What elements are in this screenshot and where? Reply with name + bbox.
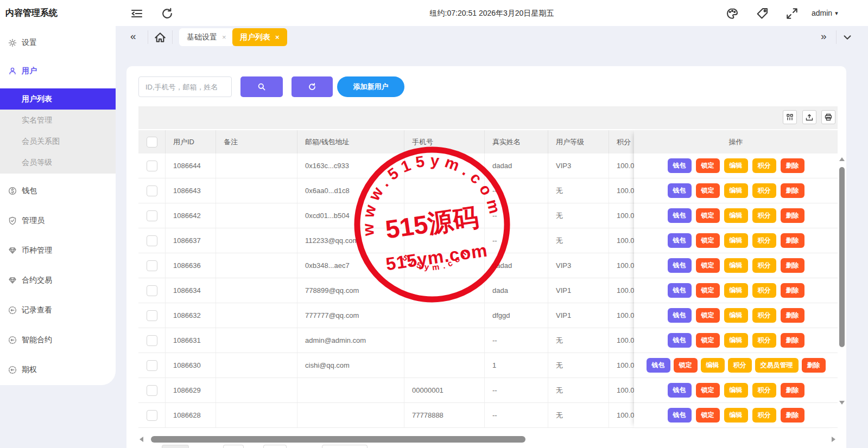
- tabs-scroll-left[interactable]: «: [130, 30, 136, 42]
- sidebar-item-wallet[interactable]: 钱包: [0, 182, 116, 200]
- sidebar-item-options[interactable]: 期权: [0, 361, 116, 379]
- sidebar-item-user-list[interactable]: 用户列表: [0, 88, 116, 110]
- lock-button[interactable]: 锁定: [696, 233, 720, 248]
- delete-button[interactable]: 删除: [781, 258, 804, 273]
- delete-button[interactable]: 删除: [781, 333, 804, 348]
- trader-manage-button[interactable]: 交易员管理: [755, 358, 799, 373]
- tab-user-list[interactable]: 用户列表 ×: [232, 28, 287, 46]
- score-button[interactable]: 积分: [752, 158, 776, 173]
- row-checkbox[interactable]: [147, 360, 157, 371]
- sidebar-item-records[interactable]: 记录查看: [0, 301, 116, 319]
- delete-button[interactable]: 删除: [802, 358, 826, 373]
- sidebar-item-admin[interactable]: 管理员: [0, 212, 116, 230]
- column-settings-icon[interactable]: [783, 110, 797, 124]
- wallet-button[interactable]: 钱包: [668, 408, 692, 423]
- row-checkbox[interactable]: [147, 235, 157, 246]
- score-button[interactable]: 积分: [752, 283, 776, 298]
- row-checkbox[interactable]: [147, 185, 157, 196]
- fullscreen-icon[interactable]: [785, 7, 799, 20]
- export-icon[interactable]: [802, 110, 816, 124]
- sidebar-item-contract-trade[interactable]: 合约交易: [0, 271, 116, 290]
- edit-button[interactable]: 编辑: [724, 283, 748, 298]
- tab-basic-settings[interactable]: 基础设置 ×: [179, 28, 234, 46]
- close-icon[interactable]: ×: [222, 33, 226, 41]
- add-user-button[interactable]: 添加新用户: [337, 76, 404, 97]
- edit-button[interactable]: 编辑: [724, 383, 748, 398]
- score-button[interactable]: 积分: [752, 208, 776, 223]
- wallet-button[interactable]: 钱包: [668, 383, 692, 398]
- delete-button[interactable]: 删除: [781, 208, 804, 223]
- row-checkbox[interactable]: [147, 161, 157, 171]
- tabs-scroll-right[interactable]: »: [821, 30, 827, 42]
- lock-button[interactable]: 锁定: [696, 308, 720, 323]
- wallet-button[interactable]: 钱包: [668, 258, 692, 273]
- score-button[interactable]: 积分: [752, 308, 776, 323]
- scroll-left-arrow[interactable]: [140, 437, 143, 442]
- tag-icon[interactable]: [756, 7, 769, 20]
- row-checkbox[interactable]: [147, 310, 157, 321]
- vertical-scroll-thumb[interactable]: [839, 167, 845, 347]
- score-button[interactable]: 积分: [752, 233, 776, 248]
- print-icon[interactable]: [821, 110, 835, 124]
- lock-button[interactable]: 锁定: [696, 383, 720, 398]
- wallet-button[interactable]: 钱包: [668, 233, 692, 248]
- home-icon[interactable]: [154, 31, 167, 44]
- score-button[interactable]: 积分: [752, 183, 776, 198]
- edit-button[interactable]: 编辑: [724, 183, 748, 198]
- score-button[interactable]: 积分: [752, 258, 776, 273]
- pagination-control[interactable]: [322, 445, 368, 448]
- tabs-menu-chevron-icon[interactable]: [841, 31, 853, 43]
- wallet-button[interactable]: 钱包: [668, 333, 692, 348]
- sidebar-item-realname[interactable]: 实名管理: [0, 110, 116, 131]
- edit-button[interactable]: 编辑: [724, 258, 748, 273]
- scroll-up-arrow[interactable]: [839, 157, 845, 161]
- scroll-down-arrow[interactable]: [839, 401, 845, 405]
- delete-button[interactable]: 删除: [781, 383, 804, 398]
- delete-button[interactable]: 删除: [781, 158, 804, 173]
- lock-button[interactable]: 锁定: [696, 158, 720, 173]
- sidebar-item-member-level[interactable]: 会员等级: [0, 152, 116, 173]
- delete-button[interactable]: 删除: [781, 283, 804, 298]
- edit-button[interactable]: 编辑: [724, 308, 748, 323]
- delete-button[interactable]: 删除: [781, 408, 804, 423]
- pagination-control[interactable]: [162, 445, 189, 448]
- row-checkbox[interactable]: [147, 335, 157, 346]
- search-input[interactable]: [138, 76, 232, 97]
- row-checkbox[interactable]: [147, 260, 157, 271]
- delete-button[interactable]: 删除: [781, 308, 804, 323]
- sidebar-item-settings[interactable]: 设置: [0, 34, 116, 52]
- sidebar-item-member-graph[interactable]: 会员关系图: [0, 131, 116, 152]
- lock-button[interactable]: 锁定: [696, 283, 720, 298]
- pagination-control[interactable]: [223, 445, 244, 448]
- score-button[interactable]: 积分: [752, 408, 776, 423]
- wallet-button[interactable]: 钱包: [668, 308, 692, 323]
- wallet-button[interactable]: 钱包: [668, 208, 692, 223]
- edit-button[interactable]: 编辑: [701, 358, 725, 373]
- horizontal-scroll-thumb[interactable]: [151, 436, 525, 443]
- wallet-button[interactable]: 钱包: [668, 283, 692, 298]
- reset-refresh-button[interactable]: [292, 76, 333, 97]
- close-icon[interactable]: ×: [275, 33, 280, 41]
- admin-user-menu[interactable]: admin ▾: [812, 0, 838, 26]
- lock-button[interactable]: 锁定: [696, 208, 720, 223]
- sidebar-item-currency[interactable]: 币种管理: [0, 241, 116, 260]
- lock-button[interactable]: 锁定: [696, 408, 720, 423]
- score-button[interactable]: 积分: [728, 358, 752, 373]
- edit-button[interactable]: 编辑: [724, 208, 748, 223]
- select-all-checkbox[interactable]: [147, 137, 157, 148]
- row-checkbox[interactable]: [147, 210, 157, 221]
- wallet-button[interactable]: 钱包: [668, 158, 692, 173]
- sidebar-item-smart-contract[interactable]: 智能合约: [0, 331, 116, 349]
- lock-button[interactable]: 锁定: [696, 333, 720, 348]
- lock-button[interactable]: 锁定: [696, 183, 720, 198]
- edit-button[interactable]: 编辑: [724, 333, 748, 348]
- row-checkbox[interactable]: [147, 385, 157, 396]
- lock-button[interactable]: 锁定: [674, 358, 698, 373]
- edit-button[interactable]: 编辑: [724, 158, 748, 173]
- theme-palette-icon[interactable]: [726, 7, 739, 20]
- delete-button[interactable]: 删除: [781, 183, 804, 198]
- delete-button[interactable]: 删除: [781, 233, 804, 248]
- row-checkbox[interactable]: [147, 410, 157, 421]
- edit-button[interactable]: 编辑: [724, 408, 748, 423]
- score-button[interactable]: 积分: [752, 383, 776, 398]
